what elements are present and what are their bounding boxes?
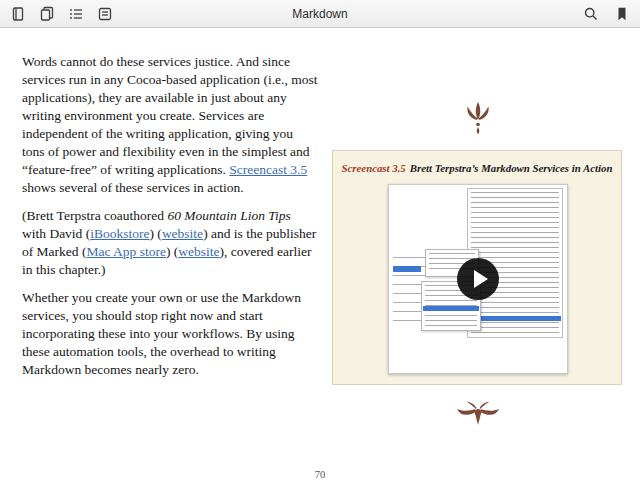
notes-icon[interactable] <box>97 6 113 22</box>
body-text: ) ( <box>166 244 178 259</box>
play-icon[interactable] <box>457 258 499 300</box>
library-icon[interactable] <box>10 6 26 22</box>
toc-icon[interactable] <box>68 6 84 22</box>
popup-selected-row <box>423 306 479 311</box>
toolbar-left-group <box>10 0 113 27</box>
inline-link[interactable]: Mac App store <box>86 244 165 259</box>
paragraph: Words cannot do these services justice. … <box>22 53 318 197</box>
body-text: ) ( <box>150 226 162 241</box>
inline-link[interactable]: iBookstore <box>90 226 149 241</box>
toolbar-right-group <box>583 0 630 27</box>
paragraph: Whether you create your own or use the M… <box>22 289 318 379</box>
body-text: with David ( <box>22 226 90 241</box>
book-title-text: 60 Mountain Lion Tips <box>167 208 290 223</box>
figure-caption-title: Brett Terpstra’s Markdown Services in Ac… <box>410 162 613 174</box>
bookmark-icon[interactable] <box>614 6 630 22</box>
figure-caption: Screencast 3.5Brett Terpstra’s Markdown … <box>337 162 617 175</box>
figure-caption-label: Screencast 3.5 <box>342 162 406 174</box>
page-number: 70 <box>0 469 640 480</box>
video-thumbnail[interactable] <box>388 184 568 374</box>
books-icon[interactable] <box>39 6 55 22</box>
body-text: shows several of these services in actio… <box>22 180 244 195</box>
fleuron-top-ornament <box>332 101 624 139</box>
body-text: (Brett Terpstra coauthored <box>22 208 167 223</box>
screencast-figure: Screencast 3.5Brett Terpstra’s Markdown … <box>332 150 622 385</box>
paragraph: (Brett Terpstra coauthored 60 Mountain L… <box>22 207 318 279</box>
inline-link[interactable]: Screencast 3.5 <box>229 162 307 177</box>
inline-link[interactable]: website <box>162 226 203 241</box>
inline-link[interactable]: website <box>178 244 219 259</box>
body-text: Words cannot do these services justice. … <box>22 54 317 177</box>
fleuron-bottom-ornament <box>332 399 624 430</box>
body-text: Whether you create your own or use the M… <box>22 290 301 377</box>
search-icon[interactable] <box>583 6 599 22</box>
page-text-column: Words cannot do these services justice. … <box>22 53 318 389</box>
menu-selected-row <box>469 316 561 321</box>
text-selection-highlight <box>393 266 421 272</box>
toolbar: Markdown <box>0 0 640 28</box>
